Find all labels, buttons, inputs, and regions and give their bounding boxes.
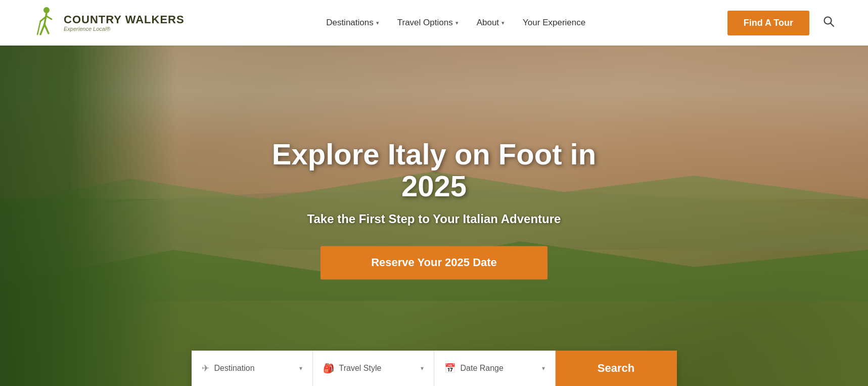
search-button[interactable]	[819, 12, 838, 33]
nav-about[interactable]: About ▾	[477, 18, 505, 28]
nav-destinations[interactable]: Destinations ▾	[326, 18, 379, 28]
hero-title: Explore Italy on Foot in 2025	[257, 138, 611, 203]
svg-line-1	[44, 13, 47, 24]
logo-tagline: Experience Local®	[64, 26, 185, 32]
destination-field[interactable]: ✈ Destination ▾	[192, 351, 313, 386]
site-header: Country Walkers Experience Local® Destin…	[0, 0, 868, 46]
travel-style-field[interactable]: 🎒 Travel Style ▾	[313, 351, 434, 386]
nav-travel-options[interactable]: Travel Options ▾	[397, 18, 459, 28]
date-range-icon: 📅	[444, 363, 455, 374]
hero-content: Explore Italy on Foot in 2025 Take the F…	[257, 138, 611, 279]
search-bar: ✈ Destination ▾ 🎒 Travel Style ▾ 📅 Date …	[192, 351, 677, 386]
date-range-field[interactable]: 📅 Date Range ▾	[434, 351, 556, 386]
destinations-chevron-icon: ▾	[376, 20, 379, 26]
svg-line-3	[44, 24, 49, 33]
main-nav: Destinations ▾ Travel Options ▾ About ▾ …	[326, 18, 585, 28]
travel-style-label: Travel Style	[339, 364, 416, 373]
nav-about-label: About	[477, 18, 499, 28]
svg-line-5	[47, 16, 52, 19]
search-submit-button[interactable]: Search	[556, 351, 677, 386]
destination-icon: ✈	[202, 363, 209, 374]
nav-destinations-label: Destinations	[326, 18, 374, 28]
logo-name: Country Walkers	[64, 14, 185, 26]
svg-line-8	[831, 23, 834, 26]
travel-style-chevron-icon: ▾	[421, 365, 424, 372]
logo-text: Country Walkers Experience Local®	[64, 14, 185, 32]
search-icon	[823, 15, 835, 27]
find-tour-button[interactable]: Find A Tour	[727, 11, 809, 35]
travel-style-icon: 🎒	[323, 363, 334, 374]
reserve-button[interactable]: Reserve Your 2025 Date	[321, 246, 547, 279]
destination-chevron-icon: ▾	[299, 365, 302, 372]
nav-actions: Find A Tour	[727, 11, 838, 35]
nav-travel-options-label: Travel Options	[397, 18, 453, 28]
hero-subtitle: Take the First Step to Your Italian Adve…	[257, 211, 611, 228]
svg-line-6	[37, 21, 40, 34]
travel-options-chevron-icon: ▾	[455, 20, 459, 26]
nav-your-experience-label: Your Experience	[523, 18, 585, 28]
date-range-label: Date Range	[461, 364, 537, 373]
nav-your-experience[interactable]: Your Experience	[523, 18, 585, 28]
svg-point-0	[43, 7, 50, 13]
destination-label: Destination	[214, 364, 294, 373]
date-range-chevron-icon: ▾	[542, 365, 545, 372]
hero-section: Explore Italy on Foot in 2025 Take the F…	[0, 46, 868, 386]
svg-line-2	[40, 24, 44, 34]
logo-icon	[30, 5, 59, 40]
about-chevron-icon: ▾	[501, 20, 505, 26]
logo[interactable]: Country Walkers Experience Local®	[30, 5, 185, 40]
